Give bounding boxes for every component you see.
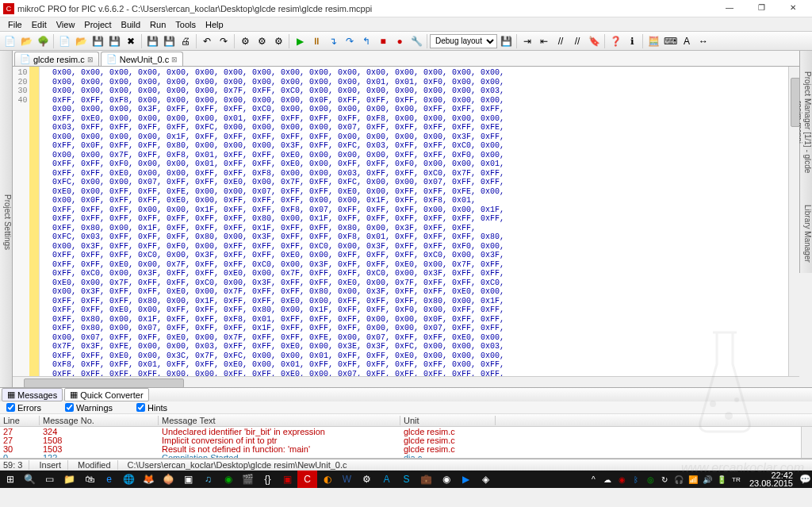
col-line[interactable]: Line: [0, 416, 40, 425]
message-row[interactable]: 27324Undeclared identifier 'bir_bit' in …: [0, 427, 812, 436]
chrome-icon[interactable]: 🌐: [119, 471, 139, 488]
about-icon[interactable]: ℹ: [624, 33, 640, 49]
bookmark-icon[interactable]: 🔖: [586, 33, 602, 49]
col-message-text[interactable]: Message Text: [159, 416, 400, 425]
uncomment-icon[interactable]: //: [569, 33, 585, 49]
start-button[interactable]: ⊞: [0, 471, 20, 488]
tv-icon[interactable]: ▶: [456, 471, 476, 488]
horizontal-scrollbar[interactable]: [13, 376, 799, 387]
col-unit[interactable]: Unit: [400, 416, 496, 425]
tor-icon[interactable]: 🧅: [159, 471, 178, 488]
message-row[interactable]: 301503Result is not defined in function:…: [0, 444, 812, 453]
open-icon[interactable]: 📂: [18, 33, 34, 49]
tab-glcde-resim[interactable]: 📄 glcde resim.c ⊠: [14, 52, 99, 66]
search-icon[interactable]: 🔍: [20, 471, 40, 488]
build-icon[interactable]: ⚙: [237, 33, 253, 49]
stop-icon[interactable]: ■: [375, 33, 391, 49]
tray-network-icon[interactable]: 📶: [687, 471, 700, 488]
step-into-icon[interactable]: ↴: [325, 33, 341, 49]
mikroc-icon[interactable]: C: [297, 471, 317, 488]
indent-icon[interactable]: ⇥: [519, 33, 535, 49]
new-project-icon[interactable]: 📄: [56, 33, 72, 49]
reader-icon[interactable]: ▣: [278, 471, 297, 488]
tray-lang-icon[interactable]: TR: [730, 471, 743, 488]
menu-build[interactable]: Build: [117, 19, 145, 30]
hints-checkbox[interactable]: [136, 403, 145, 412]
run-icon[interactable]: ▶: [292, 33, 308, 49]
tray-remote-icon[interactable]: ◎: [644, 471, 657, 488]
col-message-no[interactable]: Message No.: [40, 416, 159, 425]
menu-tools[interactable]: Tools: [170, 19, 201, 30]
blender-icon[interactable]: ◐: [317, 471, 337, 488]
tray-antivirus-icon[interactable]: ◉: [615, 471, 629, 488]
autodesk-icon[interactable]: A: [377, 471, 396, 488]
code-icon[interactable]: {}: [258, 471, 278, 488]
firefox-icon[interactable]: 🦊: [139, 471, 159, 488]
terminal-icon[interactable]: ⌨: [662, 33, 678, 49]
app-icon[interactable]: ▣: [178, 471, 198, 488]
print-icon[interactable]: 🖨: [178, 33, 193, 49]
word-icon[interactable]: W: [337, 471, 357, 488]
ascii-icon[interactable]: A: [679, 33, 695, 49]
close-project-icon[interactable]: ✖: [123, 33, 139, 49]
undo-icon[interactable]: ↶: [199, 33, 215, 49]
open-project-icon[interactable]: 📂: [73, 33, 89, 49]
warnings-checkbox[interactable]: [65, 403, 74, 412]
menu-view[interactable]: View: [52, 19, 80, 30]
save-file-all-icon[interactable]: 💾: [161, 33, 177, 49]
tray-battery-icon[interactable]: 🔋: [715, 471, 729, 488]
task-view-icon[interactable]: ▭: [40, 471, 59, 488]
filter-errors[interactable]: Errors: [6, 403, 41, 413]
gear-icon[interactable]: ⚙: [357, 471, 377, 488]
step-out-icon[interactable]: ↰: [358, 33, 374, 49]
corel-icon[interactable]: ◉: [218, 471, 238, 488]
filter-warnings[interactable]: Warnings: [65, 403, 113, 413]
movie-icon[interactable]: 🎬: [238, 471, 258, 488]
right-sidebar-project-manager[interactable]: Project Manager [1/1] - glcde resim.mcpp…: [799, 51, 812, 194]
maximize-button[interactable]: ❐: [745, 1, 777, 17]
left-sidebar-project-settings[interactable]: Project Settings: [0, 51, 13, 387]
redo-icon[interactable]: ↷: [216, 33, 232, 49]
layout-save-icon[interactable]: 💾: [498, 33, 514, 49]
layout-combo[interactable]: Debug layout: [430, 34, 497, 48]
wallet-icon[interactable]: 💼: [416, 471, 436, 488]
code-text[interactable]: 0x00, 0x00, 0x00, 0x00, 0x00, 0x00, 0x00…: [40, 67, 799, 376]
save-file-icon[interactable]: 💾: [144, 33, 160, 49]
skype-icon[interactable]: S: [396, 471, 416, 488]
step-over-icon[interactable]: ↷: [342, 33, 358, 49]
message-row[interactable]: 271508Implicit conversion of int to ptrg…: [0, 436, 812, 444]
itunes-icon[interactable]: ♫: [198, 471, 218, 488]
tab-messages[interactable]: ▦Messages: [2, 388, 63, 401]
errors-checkbox[interactable]: [6, 403, 15, 412]
minimize-button[interactable]: —: [714, 1, 745, 17]
menu-help[interactable]: Help: [201, 19, 228, 30]
tray-headphones-icon[interactable]: 🎧: [672, 471, 686, 488]
clock[interactable]: 22:42 23.08.2015: [745, 471, 798, 487]
calculator-icon[interactable]: 🧮: [645, 33, 661, 49]
converter-icon[interactable]: ↔: [695, 33, 711, 49]
tab-quick-converter[interactable]: ▦Quick Converter: [64, 388, 148, 401]
new-icon[interactable]: 📄: [2, 33, 17, 49]
message-row[interactable]: 0122Compilation Starteddia.c: [0, 453, 812, 459]
menu-edit[interactable]: Edit: [27, 19, 52, 30]
debug-tool-icon[interactable]: 🔧: [408, 33, 424, 49]
tab-close-icon[interactable]: ⊠: [87, 56, 94, 63]
tray-bluetooth-icon[interactable]: ᛒ: [630, 471, 643, 488]
store-icon[interactable]: 🛍: [79, 471, 99, 488]
edge-icon[interactable]: e: [99, 471, 119, 488]
close-button[interactable]: ✕: [777, 1, 809, 17]
menu-project[interactable]: Project: [79, 19, 116, 30]
build-all-icon[interactable]: ⚙: [254, 33, 270, 49]
tab-newunit[interactable]: 📄 NewUnit_0.c ⊠: [101, 52, 183, 66]
obs-icon[interactable]: ◉: [436, 471, 456, 488]
breakpoint-icon[interactable]: ●: [392, 33, 408, 49]
filter-hints[interactable]: Hints: [136, 403, 167, 413]
outdent-icon[interactable]: ⇤: [536, 33, 552, 49]
tree-icon[interactable]: 🌳: [35, 33, 51, 49]
tray-up-icon[interactable]: ^: [587, 471, 600, 488]
unity-icon[interactable]: ◈: [476, 471, 496, 488]
pause-icon[interactable]: ⏸: [308, 33, 324, 49]
menu-run[interactable]: Run: [145, 19, 170, 30]
tray-onedrive-icon[interactable]: ☁: [601, 471, 615, 488]
menu-file[interactable]: File: [3, 19, 27, 30]
